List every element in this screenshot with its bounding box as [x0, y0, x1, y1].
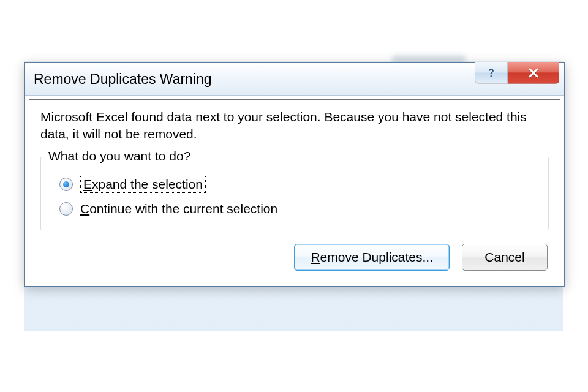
cancel-button[interactable]: Cancel: [462, 244, 548, 271]
remove-duplicates-warning-dialog: Remove Duplicates Warning Microsoft Exce…: [24, 62, 565, 287]
option-expand-label: Expand the selection: [80, 176, 206, 193]
close-icon: [527, 66, 540, 80]
remove-duplicates-button[interactable]: Remove Duplicates...: [294, 244, 450, 271]
radio-icon: [59, 178, 73, 191]
caption-buttons: [475, 62, 559, 84]
radio-icon: [59, 202, 73, 216]
group-legend: What do you want to do?: [45, 149, 194, 164]
option-expand-selection[interactable]: Expand the selection: [59, 176, 537, 193]
help-button[interactable]: [475, 62, 508, 84]
warning-message: Microsoft Excel found data next to your …: [40, 108, 549, 143]
option-continue-current[interactable]: Continue with the current selection: [59, 202, 537, 216]
close-button[interactable]: [508, 62, 559, 84]
dialog-title: Remove Duplicates Warning: [34, 71, 212, 88]
help-icon: [485, 67, 497, 79]
options-group: What do you want to do? Expand the selec…: [40, 157, 549, 230]
dialog-button-row: Remove Duplicates... Cancel: [40, 244, 549, 271]
option-continue-label: Continue with the current selection: [80, 202, 277, 216]
dialog-body: Microsoft Excel found data next to your …: [29, 99, 560, 282]
titlebar: Remove Duplicates Warning: [25, 63, 564, 96]
